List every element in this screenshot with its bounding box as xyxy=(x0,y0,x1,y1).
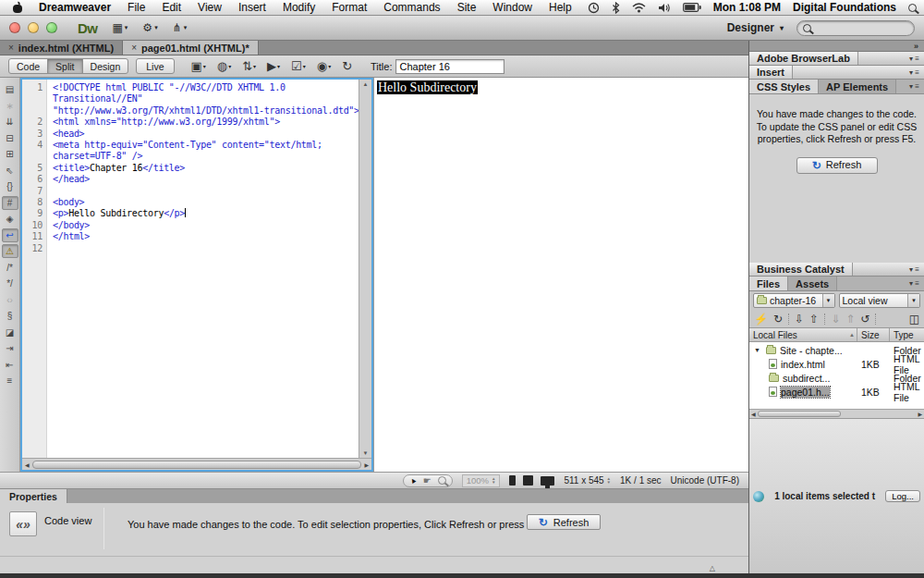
remove-comment-icon[interactable]: */ xyxy=(2,277,18,290)
menu-help[interactable]: Help xyxy=(541,1,580,14)
menubar-account[interactable]: Digital Foundations xyxy=(793,1,896,14)
code-line[interactable]: </body> xyxy=(46,220,90,231)
panel-menu-icon[interactable]: ▾ ≡ xyxy=(905,80,924,93)
log-button[interactable]: Log... xyxy=(885,490,920,502)
insert-panel-header[interactable]: Insert ▾ ≡ xyxy=(749,66,924,80)
open-documents-icon[interactable]: ▤ xyxy=(2,82,18,96)
check-browser-compatibility-icon[interactable]: ☑▾ xyxy=(286,59,311,73)
expand-collapse-icon[interactable]: ◫ xyxy=(909,313,919,326)
menu-commands[interactable]: Commands xyxy=(375,1,448,14)
indent-code-icon[interactable]: ⇥ xyxy=(2,341,18,355)
apple-menu-icon[interactable] xyxy=(13,3,23,13)
business-catalyst-panel-header[interactable]: Business Catalyst ▾ ≡ xyxy=(749,263,924,277)
file-name[interactable]: subdirect... xyxy=(783,373,830,384)
doc-tab-page01.html[interactable]: ×page01.html (XHTML)* xyxy=(123,41,259,55)
code-row[interactable]: 6</head> xyxy=(22,174,359,185)
code-row[interactable]: 4<meta http-equiv="Content-Type" content… xyxy=(22,140,359,151)
selected-text[interactable]: Hello Subdirectory xyxy=(377,80,478,94)
code-line[interactable] xyxy=(46,186,53,197)
code-line[interactable]: charset=UTF-8" /> xyxy=(46,151,142,162)
syntax-error-alerts-icon[interactable]: ⚠ xyxy=(2,244,18,258)
synchronize-icon[interactable]: ↺ xyxy=(860,313,869,326)
css-refresh-button[interactable]: ↻ Refresh xyxy=(796,157,878,174)
code-line[interactable]: Transitional//EN" xyxy=(46,93,142,105)
collapse-to-icons-button[interactable]: » xyxy=(914,42,918,51)
browserlab-panel-header[interactable]: Adobe BrowserLab ▾ ≡ xyxy=(749,52,924,66)
site-select[interactable]: chapter-16 ▼ xyxy=(753,293,835,308)
code-row[interactable]: 11</html> xyxy=(22,231,359,242)
menu-file[interactable]: File xyxy=(119,1,153,14)
code-row[interactable]: 2<html xmlns="http://www.w3.org/1999/xht… xyxy=(22,117,359,128)
close-icon[interactable]: × xyxy=(8,43,14,53)
word-wrap-icon[interactable]: ↩ xyxy=(2,228,18,242)
code-line[interactable]: <title>Chapter 16</title> xyxy=(46,163,185,174)
layout-switcher-icon[interactable]: ▦▾ xyxy=(113,21,128,34)
code-row[interactable]: charset=UTF-8" /> xyxy=(22,151,359,162)
panel-menu-icon[interactable]: ▾ ≡ xyxy=(905,263,924,276)
select-parent-tag-icon[interactable]: ⇖ xyxy=(2,164,18,178)
spotlight-icon[interactable] xyxy=(908,4,917,12)
file-management-icon[interactable]: ⇅▾ xyxy=(237,59,261,73)
scrollbar-thumb[interactable] xyxy=(758,411,841,417)
desktop-size-icon[interactable] xyxy=(541,476,554,486)
connect-remote-host-icon[interactable]: ⚡ xyxy=(754,313,768,326)
view-select[interactable]: Local view ▼ xyxy=(839,293,921,308)
tab-css-styles[interactable]: CSS Styles xyxy=(749,80,819,93)
menubar-clock[interactable]: Mon 1:08 PM xyxy=(713,1,781,14)
select-tool-icon[interactable]: ▲ xyxy=(407,475,418,486)
volume-icon[interactable] xyxy=(658,3,671,13)
close-icon[interactable]: × xyxy=(131,43,137,53)
file-name[interactable]: index.html xyxy=(781,359,825,370)
menu-modify[interactable]: Modify xyxy=(274,1,323,14)
time-machine-icon[interactable] xyxy=(588,2,600,14)
zoom-window-button[interactable] xyxy=(46,22,57,33)
code-row[interactable]: 5<title>Chapter 16</title> xyxy=(22,163,359,174)
doc-tab-index.html[interactable]: ×index.html (XHTML) xyxy=(0,41,123,55)
properties-refresh-button[interactable]: ↻ Refresh xyxy=(527,514,601,530)
menu-dreamweaver[interactable]: Dreamweaver xyxy=(30,1,119,14)
panel-menu-icon[interactable]: ▾ ≡ xyxy=(905,277,924,290)
code-line[interactable]: </head> xyxy=(46,174,90,185)
expand-all-icon[interactable]: ⊞ xyxy=(2,147,18,161)
scroll-right-icon[interactable]: ▶ xyxy=(918,411,922,417)
scroll-up-icon[interactable]: ▲ xyxy=(363,81,369,87)
properties-tab[interactable]: Properties xyxy=(0,489,67,503)
code-row[interactable]: 8<body> xyxy=(22,197,359,208)
refresh-files-icon[interactable]: ↻ xyxy=(773,313,783,326)
code-line[interactable]: <p>Hello Subdirectory</p> xyxy=(46,208,186,219)
preview-in-browser-icon[interactable]: ◍▾ xyxy=(212,59,237,73)
code-row[interactable]: 1<!DOCTYPE html PUBLIC "-//W3C//DTD XHTM… xyxy=(22,82,359,93)
code-line[interactable]: <!DOCTYPE html PUBLIC "-//W3C//DTD XHTML… xyxy=(46,82,286,93)
menu-site[interactable]: Site xyxy=(449,1,485,14)
zoom-tool-icon[interactable] xyxy=(438,476,446,485)
code-line[interactable]: <meta http-equiv="Content-Type" content=… xyxy=(46,140,322,151)
scroll-right-icon[interactable]: ▶ xyxy=(364,461,369,468)
collapse-full-tag-icon[interactable]: ⇊ xyxy=(2,115,18,129)
apply-comment-icon[interactable]: /* xyxy=(2,261,18,275)
code-row[interactable]: 9<p>Hello Subdirectory</p> xyxy=(22,208,359,219)
menu-format[interactable]: Format xyxy=(323,1,375,14)
code-horizontal-scrollbar[interactable]: ◀ ▶ xyxy=(22,458,371,470)
window-size-select[interactable]: 511 x 545 ▲▼ xyxy=(564,475,611,486)
visual-aids-icon[interactable]: ◉▾ xyxy=(311,59,336,73)
live-view-button[interactable]: Live xyxy=(136,58,174,74)
multiscreen-preview-icon[interactable]: ▣▾ xyxy=(186,59,212,73)
wifi-icon[interactable] xyxy=(632,3,646,13)
collapse-selection-icon[interactable]: ⊟ xyxy=(2,131,18,145)
refresh-design-view-icon[interactable]: ↻ xyxy=(336,59,358,73)
code-line[interactable]: <html xmlns="http://www.w3.org/1999/xhtm… xyxy=(46,117,280,128)
highlight-invalid-code-icon[interactable]: ◈ xyxy=(2,212,18,226)
mobile-size-icon[interactable] xyxy=(509,475,516,486)
code-view-mode-icon[interactable]: «» xyxy=(9,511,37,536)
code-row[interactable]: "http://www.w3.org/TR/xhtml1/DTD/xhtml1-… xyxy=(22,105,359,117)
files-horizontal-scrollbar[interactable]: ◀ ▶ xyxy=(749,409,924,418)
scrollbar-thumb[interactable] xyxy=(32,461,362,469)
panel-menu-icon[interactable]: ▾ ≡ xyxy=(905,52,924,65)
balance-braces-icon[interactable]: {} xyxy=(2,179,18,193)
code-row[interactable]: 7 xyxy=(22,186,359,197)
column-size[interactable]: Size xyxy=(857,328,889,341)
design-view-button[interactable]: Design xyxy=(82,58,129,74)
expand-arrow-icon[interactable]: ▼ xyxy=(752,347,762,353)
battery-icon[interactable] xyxy=(683,3,701,12)
zoom-level-select[interactable]: 100% ▲▼ xyxy=(462,474,501,487)
